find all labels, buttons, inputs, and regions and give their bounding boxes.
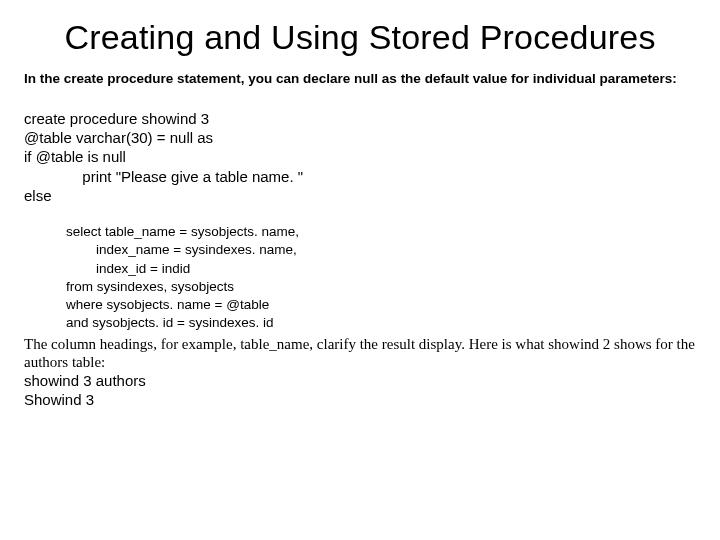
code-line: else xyxy=(24,187,52,204)
code-line: Showind 3 xyxy=(24,391,94,408)
code-subblock: select table_name = sysobjects. name, in… xyxy=(66,205,696,333)
code-line: and sysobjects. id = sysindexes. id xyxy=(66,315,273,330)
code-line: index_id = indid xyxy=(66,261,190,276)
slide-title: Creating and Using Stored Procedures xyxy=(24,18,696,57)
code-line: where sysobjects. name = @table xyxy=(66,297,269,312)
intro-text: In the create procedure statement, you c… xyxy=(24,71,696,88)
tail-block: showind 3 authors Showind 3 xyxy=(24,371,696,409)
code-block: create procedure showind 3 @table varcha… xyxy=(24,90,696,205)
code-line: @table varchar(30) = null as xyxy=(24,129,213,146)
code-line: index_name = sysindexes. name, xyxy=(66,242,297,257)
code-line: from sysindexes, sysobjects xyxy=(66,279,234,294)
code-line: select table_name = sysobjects. name, xyxy=(66,224,299,239)
code-line: print "Please give a table name. " xyxy=(24,168,303,185)
explanation-text: The column headings, for example, table_… xyxy=(24,335,696,372)
code-line: showind 3 authors xyxy=(24,372,146,389)
code-line: if @table is null xyxy=(24,148,126,165)
code-line: create procedure showind 3 xyxy=(24,110,209,127)
slide: Creating and Using Stored Procedures In … xyxy=(0,0,720,410)
